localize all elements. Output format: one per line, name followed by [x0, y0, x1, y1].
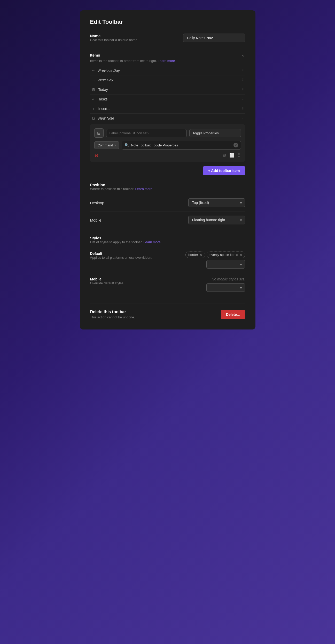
- mobile-styles-row: Mobile Override default styles. No mobil…: [90, 273, 245, 296]
- add-toolbar-row: + Add toolbar item: [90, 164, 245, 175]
- arrow-right-icon: →: [91, 78, 96, 82]
- command-dropdown-icon: ▾: [114, 144, 116, 147]
- toolbar-name-input[interactable]: [183, 34, 245, 42]
- check-icon: ✓: [91, 97, 96, 101]
- border-style-tag: border ✕: [185, 252, 205, 258]
- card-row2: Command ▾ 🔍 ✕: [94, 141, 241, 150]
- clear-search-button[interactable]: ✕: [233, 143, 238, 147]
- mobile-styles-label: Mobile: [90, 277, 206, 281]
- position-section: Position Where to position this toolbar.…: [90, 183, 245, 229]
- desktop-position-select[interactable]: Top (fixed) Bottom (fixed) Hidden: [188, 198, 245, 207]
- name-section: Name Give this toolbar a unique name.: [90, 34, 245, 45]
- styles-desc: List of styles to apply to the toolbar. …: [90, 240, 245, 244]
- list-item: → Next Day ⠿: [90, 75, 245, 85]
- position-label: Position: [90, 183, 245, 187]
- drag-handle-icon[interactable]: ⠿: [241, 78, 244, 82]
- item-label: Insert...: [98, 107, 111, 111]
- border-tag-remove-button[interactable]: ✕: [200, 253, 202, 257]
- list-item: 🗓 Today ⠿: [90, 85, 245, 95]
- mobile-label: Mobile: [90, 218, 102, 222]
- add-default-style-wrapper: [206, 260, 245, 269]
- search-icon: 🔍: [124, 143, 129, 147]
- mobile-styles-desc: Override default styles.: [90, 281, 206, 285]
- table-icon: ⊞: [97, 131, 100, 136]
- desktop-icon[interactable]: 🖥: [222, 153, 226, 158]
- no-mobile-styles-text: No mobile styles set.: [212, 277, 245, 281]
- desktop-label: Desktop: [90, 201, 104, 205]
- command-search-row: 🔍 ✕: [122, 141, 241, 150]
- add-default-style-select[interactable]: [206, 260, 245, 269]
- default-styles-row: Default Applies to all platforms unless …: [90, 247, 245, 273]
- evenly-space-tag-label: evenly space items: [209, 253, 238, 257]
- item-label: New Note: [98, 116, 114, 120]
- chevron-right-icon: ›: [91, 107, 96, 111]
- calendar-icon: 🗓: [91, 88, 96, 92]
- delete-label: Delete this toolbar: [90, 310, 135, 314]
- add-mobile-style-select[interactable]: [206, 283, 245, 292]
- delete-section: Delete this toolbar This action cannot b…: [90, 303, 245, 319]
- styles-label: Styles: [90, 236, 245, 240]
- mobile-position-select[interactable]: Floating button: right Top (fixed) Botto…: [188, 216, 245, 224]
- styles-section: Styles List of styles to apply to the to…: [90, 236, 245, 296]
- arrow-left-icon: ←: [91, 68, 96, 73]
- command-search-input[interactable]: [131, 143, 231, 147]
- items-desc: Items in the toolbar, in order from left…: [90, 59, 245, 63]
- position-learn-more-link[interactable]: Learn more: [135, 187, 152, 191]
- card-row3: ⊖ 🖥 ⬜ ⠿: [94, 153, 241, 158]
- list-item: › Insert... ⠿: [90, 104, 245, 114]
- item-label: Tasks: [98, 97, 108, 101]
- evenly-space-tag-remove-button[interactable]: ✕: [240, 253, 242, 257]
- list-item: ← Previous Day ⠿: [90, 66, 245, 75]
- name-label-group: Name Give this toolbar a unique name.: [90, 34, 183, 45]
- evenly-space-style-tag: evenly space items ✕: [207, 252, 245, 258]
- drag-handle-icon[interactable]: ⠿: [241, 116, 244, 120]
- name-label: Name: [90, 34, 183, 38]
- minus-circle-icon: ⊖: [94, 152, 99, 158]
- toolbar-item-edit-card: ⊞ Command ▾ 🔍 ✕: [90, 124, 245, 162]
- default-styles-label: Default: [90, 252, 186, 256]
- card-row1: ⊞: [94, 128, 241, 138]
- remove-item-button[interactable]: ⊖: [94, 153, 99, 158]
- item-label: Previous Day: [98, 68, 120, 73]
- mobile-dropdown-wrapper: Floating button: right Top (fixed) Botto…: [188, 216, 245, 224]
- add-toolbar-item-button[interactable]: + Add toolbar item: [203, 166, 245, 175]
- default-styles-desc: Applies to all platforms unless overridd…: [90, 256, 186, 260]
- card-actions-right: 🖥 ⬜ ⠿: [222, 153, 241, 158]
- modal-title: Edit Toolbar: [90, 19, 245, 25]
- card-value-input[interactable]: [189, 129, 241, 137]
- border-tag-label: border: [188, 253, 198, 257]
- item-label: Today: [98, 88, 108, 92]
- mobile-position-row: Mobile Floating button: right Top (fixed…: [90, 211, 245, 229]
- list-item: ✓ Tasks ⠿: [90, 95, 245, 104]
- position-desc: Where to position this toolbar. Learn mo…: [90, 187, 245, 191]
- tablet-icon[interactable]: ⬜: [229, 153, 235, 158]
- drag-handle-icon[interactable]: ⠿: [241, 107, 244, 111]
- drag-handle-icon[interactable]: ⠿: [241, 88, 244, 91]
- add-mobile-style-wrapper: [206, 283, 245, 292]
- desktop-dropdown-wrapper: Top (fixed) Bottom (fixed) Hidden: [188, 198, 245, 207]
- items-list: ← Previous Day ⠿ → Next Day ⠿ 🗓 Today ⠿: [90, 66, 245, 162]
- items-label: Items: [90, 53, 100, 57]
- mobile-tags-row: No mobile styles set.: [212, 277, 245, 281]
- items-chevron-icon[interactable]: ⌄: [241, 52, 245, 58]
- item-label: Next Day: [98, 78, 113, 82]
- command-button[interactable]: Command ▾: [94, 141, 119, 149]
- drag-handle-icon[interactable]: ⠿: [241, 69, 244, 72]
- list-item: 🗋 New Note ⠿: [90, 114, 245, 123]
- items-section: Items ⌄ Items in the toolbar, in order f…: [90, 52, 245, 175]
- card-icon-box[interactable]: ⊞: [94, 128, 104, 138]
- file-icon: 🗋: [91, 116, 96, 120]
- delete-toolbar-button[interactable]: Delete...: [221, 310, 245, 319]
- default-tags-row: border ✕ evenly space items ✕: [185, 252, 245, 258]
- items-header: Items ⌄: [90, 52, 245, 58]
- card-label-input[interactable]: [106, 129, 187, 137]
- delete-desc: This action cannot be undone.: [90, 315, 135, 319]
- drag-handle-icon[interactable]: ⠿: [241, 97, 244, 101]
- edit-toolbar-modal: Edit Toolbar Name Give this toolbar a un…: [80, 10, 255, 329]
- command-label: Command: [98, 143, 113, 147]
- items-learn-more-link[interactable]: Learn more: [158, 59, 175, 63]
- drag-handle-icon[interactable]: ⠿: [238, 153, 241, 158]
- desktop-position-row: Desktop Top (fixed) Bottom (fixed) Hidde…: [90, 194, 245, 211]
- name-desc: Give this toolbar a unique name.: [90, 38, 183, 42]
- styles-learn-more-link[interactable]: Learn more: [143, 240, 160, 244]
